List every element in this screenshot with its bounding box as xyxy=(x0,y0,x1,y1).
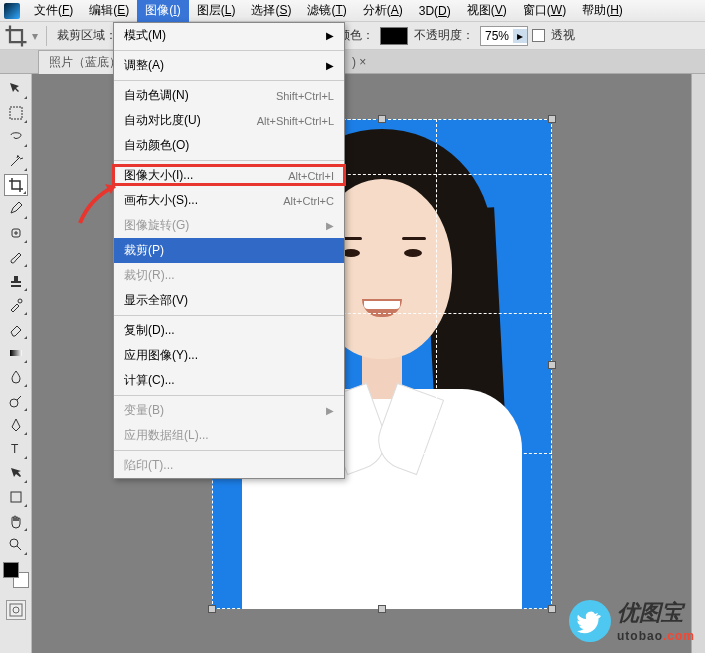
options-toolbar: ▾ 裁剪区域： ▾ 屏蔽 颜色： 不透明度： 75%▸ 透视 xyxy=(0,22,705,50)
path-select-tool[interactable] xyxy=(4,462,28,484)
wand-tool[interactable] xyxy=(4,150,28,172)
tab-fragment: ) × xyxy=(352,55,366,69)
menu-layer[interactable]: 图层(L) xyxy=(189,0,244,22)
menu-analysis[interactable]: 分析(A) xyxy=(355,0,411,22)
crop-handle[interactable] xyxy=(208,605,216,613)
brush-tool[interactable] xyxy=(4,246,28,268)
crop-handle[interactable] xyxy=(548,115,556,123)
shape-tool[interactable] xyxy=(4,486,28,508)
stamp-tool[interactable] xyxy=(4,270,28,292)
color-swatches[interactable] xyxy=(3,562,29,588)
menu-item[interactable]: 自动对比度(U)Alt+Shift+Ctrl+L xyxy=(114,108,344,133)
opacity-input[interactable]: 75%▸ xyxy=(480,26,528,46)
menu-select[interactable]: 选择(S) xyxy=(243,0,299,22)
blur-tool[interactable] xyxy=(4,366,28,388)
menu-item[interactable]: 自动颜色(O) xyxy=(114,133,344,158)
document-tabs: 照片（蓝底） ) × xyxy=(0,50,705,74)
menu-item: 变量(B)▶ xyxy=(114,398,344,423)
hand-tool[interactable] xyxy=(4,510,28,532)
menu-view[interactable]: 视图(V) xyxy=(459,0,515,22)
svg-point-7 xyxy=(10,539,18,547)
menu-item: 图像旋转(G)▶ xyxy=(114,213,344,238)
eraser-tool[interactable] xyxy=(4,318,28,340)
watermark-icon xyxy=(569,600,611,642)
svg-rect-8 xyxy=(10,604,22,616)
shield-color-swatch[interactable] xyxy=(380,27,408,45)
menu-image[interactable]: 图像(I) xyxy=(137,0,188,22)
menu-item[interactable]: 画布大小(S)...Alt+Ctrl+C xyxy=(114,188,344,213)
crop-handle[interactable] xyxy=(548,605,556,613)
dodge-tool[interactable] xyxy=(4,390,28,412)
crop-handle[interactable] xyxy=(548,361,556,369)
menu-item[interactable]: 模式(M)▶ xyxy=(114,23,344,48)
menu-edit[interactable]: 编辑(E) xyxy=(81,0,137,22)
menu-item[interactable]: 调整(A)▶ xyxy=(114,53,344,78)
type-tool[interactable]: T xyxy=(4,438,28,460)
image-menu-dropdown: 模式(M)▶调整(A)▶自动色调(N)Shift+Ctrl+L自动对比度(U)A… xyxy=(113,22,345,479)
panel-dock[interactable] xyxy=(691,74,705,653)
crop-tool-icon[interactable] xyxy=(4,24,28,48)
marquee-tool[interactable] xyxy=(4,102,28,124)
menu-item: 裁切(R)... xyxy=(114,263,344,288)
menu-help[interactable]: 帮助(H) xyxy=(574,0,631,22)
svg-rect-0 xyxy=(10,107,22,119)
gradient-tool[interactable] xyxy=(4,342,28,364)
heal-tool[interactable] xyxy=(4,222,28,244)
menu-item[interactable]: 裁剪(P) xyxy=(114,238,344,263)
eyedropper-tool[interactable] xyxy=(4,198,28,220)
history-brush-tool[interactable] xyxy=(4,294,28,316)
menu-item: 应用数据组(L)... xyxy=(114,423,344,448)
crop-tool[interactable] xyxy=(4,174,28,196)
svg-point-2 xyxy=(18,299,22,303)
crop-area-label: 裁剪区域： xyxy=(55,27,119,44)
menu-3d[interactable]: 3D(D) xyxy=(411,1,459,21)
menu-item[interactable]: 显示全部(V) xyxy=(114,288,344,313)
menu-item[interactable]: 图像大小(I)...Alt+Ctrl+I xyxy=(114,163,344,188)
move-tool[interactable] xyxy=(4,78,28,100)
watermark: 优图宝 utobao.com xyxy=(569,598,695,643)
menu-item[interactable]: 复制(D)... xyxy=(114,318,344,343)
svg-rect-6 xyxy=(11,492,21,502)
menubar: 文件(F) 编辑(E) 图像(I) 图层(L) 选择(S) 滤镜(T) 分析(A… xyxy=(0,0,705,22)
zoom-tool[interactable] xyxy=(4,534,28,556)
app-icon xyxy=(4,3,20,19)
menu-item[interactable]: 计算(C)... xyxy=(114,368,344,393)
svg-point-9 xyxy=(13,607,19,613)
perspective-checkbox[interactable] xyxy=(532,29,545,42)
quick-mask-toggle[interactable] xyxy=(6,600,26,620)
opacity-label: 不透明度： xyxy=(412,27,476,44)
lasso-tool[interactable] xyxy=(4,126,28,148)
menu-window[interactable]: 窗口(W) xyxy=(515,0,574,22)
svg-point-4 xyxy=(10,399,18,407)
pen-tool[interactable] xyxy=(4,414,28,436)
menu-filter[interactable]: 滤镜(T) xyxy=(299,0,354,22)
menu-item: 陷印(T)... xyxy=(114,453,344,478)
watermark-title: 优图宝 xyxy=(617,598,695,628)
toolbox: T xyxy=(0,74,32,653)
perspective-label: 透视 xyxy=(549,27,577,44)
svg-rect-3 xyxy=(10,350,22,356)
crop-handle[interactable] xyxy=(378,605,386,613)
menu-item[interactable]: 自动色调(N)Shift+Ctrl+L xyxy=(114,83,344,108)
menu-item[interactable]: 应用图像(Y)... xyxy=(114,343,344,368)
menu-file[interactable]: 文件(F) xyxy=(26,0,81,22)
crop-handle[interactable] xyxy=(378,115,386,123)
svg-text:T: T xyxy=(11,442,19,456)
